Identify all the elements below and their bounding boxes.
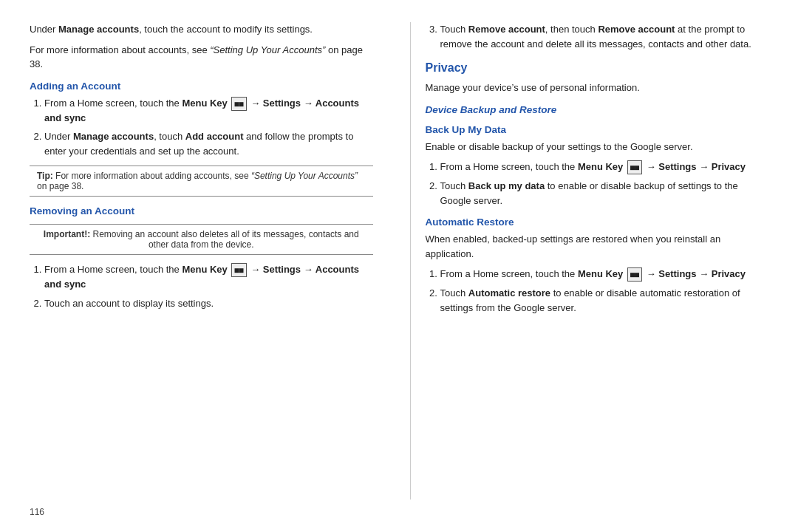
restore-subheading: Automatic Restore bbox=[426, 216, 769, 228]
adding-account-heading: Adding an Account bbox=[30, 81, 373, 92]
menu-key-label-1: Menu Key bbox=[182, 98, 227, 109]
tip-text: For more information about adding accoun… bbox=[53, 171, 251, 181]
intro-italic: “Setting Up Your Accounts” bbox=[210, 44, 325, 55]
restore-list: From a Home screen, touch the Menu Key ■… bbox=[426, 267, 769, 315]
backup-step-2: Touch Back up my data to enable or disab… bbox=[440, 179, 769, 208]
menu-key-label-2: Menu Key bbox=[182, 264, 227, 275]
tip-post: on page 38. bbox=[37, 181, 83, 191]
adding-step2-pre: Under bbox=[44, 131, 73, 142]
backup-step-1: From a Home screen, touch the Menu Key ■… bbox=[440, 160, 769, 174]
intro-para-2: For more information about accounts, see… bbox=[30, 43, 373, 72]
removing-account-heading: Removing an Account bbox=[30, 205, 373, 216]
tip-label: Tip: bbox=[37, 171, 53, 181]
manage-accounts-bold-2: Manage accounts bbox=[73, 131, 154, 142]
remove-account-bold-2: Remove account bbox=[598, 24, 675, 35]
intro-para-1: Under Manage accounts, touch the account… bbox=[30, 22, 373, 37]
settings-privacy-bold-2: → Settings → Privacy bbox=[647, 268, 746, 279]
important-text: Removing an account also deletes all of … bbox=[90, 229, 359, 250]
tip-italic: “Setting Up Your Accounts” bbox=[251, 171, 358, 181]
privacy-heading: Privacy bbox=[426, 61, 769, 75]
backup-list: From a Home screen, touch the Menu Key ■… bbox=[426, 160, 769, 208]
restore-desc: When enabled, backed-up settings are res… bbox=[426, 232, 769, 261]
automatic-restore-bold: Automatic restore bbox=[468, 287, 550, 299]
removing-step-3: Touch Remove account, then touch Remove … bbox=[440, 22, 769, 51]
restore-step-1: From a Home screen, touch the Menu Key ■… bbox=[440, 267, 769, 282]
back-up-my-data-bold: Back up my data bbox=[468, 180, 545, 191]
remove-account-bold-1: Remove account bbox=[468, 24, 545, 35]
removing-step3-pre: Touch bbox=[440, 24, 468, 35]
menu-key-icon-4: ■■ bbox=[627, 267, 642, 282]
important-label: Important!: bbox=[44, 229, 90, 239]
add-account-bold: Add account bbox=[185, 131, 244, 142]
removing-step1-pre: From a Home screen, touch the bbox=[44, 264, 182, 275]
adding-step1-pre: From a Home screen, touch the bbox=[44, 98, 182, 109]
removing-step-1: From a Home screen, touch the Menu Key ■… bbox=[44, 262, 373, 292]
important-box: Important!: Removing an account also del… bbox=[30, 224, 373, 255]
backup-desc: Enable or disable backup of your setting… bbox=[426, 140, 769, 154]
removing-step-2: Touch an account to display its settings… bbox=[44, 296, 373, 311]
menu-key-label-3: Menu Key bbox=[578, 161, 623, 172]
removing-account-list: From a Home screen, touch the Menu Key ■… bbox=[30, 262, 373, 310]
backup-step1-pre: From a Home screen, touch the bbox=[440, 161, 578, 172]
removing-step3-list: Touch Remove account, then touch Remove … bbox=[426, 22, 769, 51]
tip-box: Tip: For more information about adding a… bbox=[30, 166, 373, 197]
intro-text-2: For more information about accounts, see bbox=[30, 44, 210, 55]
removing-step3-mid: , then touch bbox=[545, 24, 598, 35]
intro-text-1b: , touch the account to modify its settin… bbox=[139, 24, 313, 35]
privacy-desc: Manage your device’s use of personal inf… bbox=[426, 81, 769, 95]
adding-step2-mid: , touch bbox=[154, 131, 185, 142]
columns: Under Manage accounts, touch the account… bbox=[30, 22, 768, 499]
menu-key-label-4: Menu Key bbox=[578, 268, 623, 279]
menu-key-icon-2: ■■ bbox=[231, 263, 246, 277]
restore-step1-pre: From a Home screen, touch the bbox=[440, 268, 578, 279]
restore-step-2: Touch Automatic restore to enable or dis… bbox=[440, 286, 769, 315]
page: Under Manage accounts, touch the account… bbox=[0, 0, 798, 532]
manage-accounts-bold: Manage accounts bbox=[58, 24, 139, 35]
left-column: Under Manage accounts, touch the account… bbox=[30, 22, 388, 499]
adding-account-list: From a Home screen, touch the Menu Key ■… bbox=[30, 96, 373, 159]
adding-step-1: From a Home screen, touch the Menu Key ■… bbox=[44, 96, 373, 126]
restore-step2-pre: Touch bbox=[440, 287, 468, 299]
page-number: 116 bbox=[30, 507, 768, 517]
right-column: Touch Remove account, then touch Remove … bbox=[410, 22, 769, 499]
device-backup-heading: Device Backup and Restore bbox=[426, 104, 769, 115]
adding-step-2: Under Manage accounts, touch Add account… bbox=[44, 129, 373, 158]
menu-key-icon-1: ■■ bbox=[231, 97, 246, 111]
backup-subheading: Back Up My Data bbox=[426, 124, 769, 135]
settings-privacy-bold-1: → Settings → Privacy bbox=[647, 161, 746, 172]
menu-key-icon-3: ■■ bbox=[627, 160, 642, 174]
backup-step2-pre: Touch bbox=[440, 180, 468, 191]
intro-text-1: Under bbox=[30, 24, 58, 35]
